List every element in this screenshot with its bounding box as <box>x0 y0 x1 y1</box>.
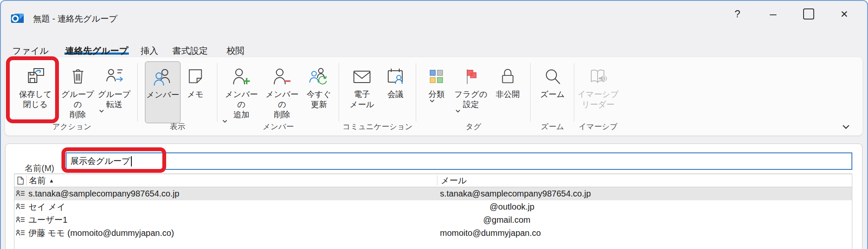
minimize-icon: – <box>770 7 776 21</box>
categorize-label: 分類 <box>428 89 445 102</box>
zoom-label: ズーム <box>540 89 565 100</box>
chevron-down-icon <box>456 110 460 113</box>
contact-card-icon <box>14 203 26 210</box>
group-name-input[interactable]: 展示会グループ <box>66 152 852 170</box>
members-view-label: メンバー <box>146 90 179 100</box>
ribbon-group-communication: 電子 メール 会議 <box>339 60 416 133</box>
chevron-down-icon <box>430 100 434 102</box>
remove-member-icon <box>273 66 292 88</box>
memo-view-button[interactable]: メモ <box>181 61 210 123</box>
group-label-members: メンバー <box>217 122 339 132</box>
ribbon-group-tags: 分類 フラグの 設定 <box>416 60 531 133</box>
table-row[interactable]: ユーザー1 @gmail.com <box>14 213 852 227</box>
private-button[interactable]: 非公開 <box>491 61 525 123</box>
delete-group-button[interactable]: グループの 削除 <box>61 61 95 123</box>
group-label-communication: コミュニケーション <box>339 122 416 132</box>
zoom-icon <box>543 66 562 88</box>
add-members-label: メンバーの 追加 <box>221 89 262 123</box>
update-now-label: 今すぐ 更新 <box>307 89 331 110</box>
outlook-icon <box>10 11 25 25</box>
remove-members-label: メンバーの 削除 <box>262 89 303 120</box>
member-email: momoito@dummyjapan.co <box>437 228 852 238</box>
chevron-down-icon <box>99 110 104 113</box>
table-row[interactable]: 伊藤 モモ (momoito@dummyjapan.co) momoito@du… <box>14 227 852 240</box>
member-name: 伊藤 モモ (momoito@dummyjapan.co) <box>26 227 437 239</box>
add-members-button[interactable]: メンバーの 追加 <box>221 61 262 123</box>
meeting-icon <box>386 66 405 88</box>
members-icon <box>153 66 172 88</box>
meeting-label: 会議 <box>387 89 403 100</box>
maximize-button[interactable] <box>791 1 826 27</box>
column-header-name[interactable]: 名前 ▲ <box>27 175 437 186</box>
memo-view-label: メモ <box>187 89 204 100</box>
forward-group-icon <box>105 66 124 88</box>
tab-insert[interactable]: 挿入 <box>139 42 159 55</box>
close-icon: × <box>840 7 848 21</box>
members-table: 名前 ▲ メール s.tanaka@samplecompany987654.co… <box>14 174 852 249</box>
chevron-down-icon <box>842 125 850 129</box>
table-row[interactable]: s.tanaka@samplecompany987654.co.jp s.tan… <box>14 187 852 200</box>
group-label-tags: タグ <box>416 122 531 132</box>
annotation-box-group-name <box>61 147 166 173</box>
document-icon[interactable] <box>14 175 27 185</box>
memo-icon <box>186 66 205 88</box>
group-label-immersive: イマーシブ <box>574 122 622 132</box>
table-row[interactable]: セイ メイ @outlook.jp <box>14 200 852 213</box>
immersive-reader-button[interactable]: イマーシブ リーダー <box>576 61 620 123</box>
email-icon <box>352 66 372 88</box>
member-name: セイ メイ <box>26 201 437 213</box>
immersive-reader-label: イマーシブ リーダー <box>578 89 619 110</box>
forward-group-button[interactable]: グループ 転送 <box>95 61 134 123</box>
categorize-button[interactable]: 分類 <box>422 61 451 123</box>
minimize-button[interactable]: – <box>755 1 791 27</box>
private-label: 非公開 <box>496 89 520 100</box>
close-button[interactable]: × <box>826 1 862 27</box>
contact-group-window: 無題 - 連絡先グループ ? – × ファイル 連絡先グループ 挿入 書式設定 … <box>0 0 868 249</box>
ribbon-tabs: ファイル 連絡先グループ 挿入 書式設定 校閲 <box>1 40 245 57</box>
immersive-reader-icon <box>588 66 608 88</box>
ribbon-group-members: メンバーの 追加 メンバーの 削除 <box>217 60 339 133</box>
column-header-mail[interactable]: メール <box>437 175 852 185</box>
contact-card-icon <box>14 216 26 224</box>
table-header: 名前 ▲ メール <box>14 174 852 187</box>
email-label: 電子 メール <box>350 89 374 110</box>
help-button[interactable]: ? <box>720 1 755 27</box>
group-label-zoom: ズーム <box>531 122 574 132</box>
ribbon-group-immersive: イマーシブ リーダー イマーシブ <box>574 60 622 133</box>
titlebar: 無題 - 連絡先グループ ? – × <box>1 1 867 27</box>
sort-ascending-icon: ▲ <box>49 177 54 184</box>
email-button[interactable]: 電子 メール <box>344 61 380 123</box>
remove-members-button[interactable]: メンバーの 削除 <box>262 61 303 123</box>
contact-card-icon <box>14 190 26 197</box>
maximize-icon <box>803 8 814 19</box>
add-member-icon <box>232 66 251 88</box>
ribbon: 保存して 閉じる グループの 削除 <box>5 57 862 136</box>
member-email: @outlook.jp <box>437 202 852 212</box>
member-email: s.tanaka@samplecompany987654.co.jp <box>437 189 852 199</box>
tab-file[interactable]: ファイル <box>11 42 50 55</box>
help-icon: ? <box>734 8 740 20</box>
delete-group-icon <box>69 66 87 88</box>
flag-icon <box>462 66 480 88</box>
follow-up-flag-button[interactable]: フラグの 設定 <box>451 61 491 123</box>
tab-contact-group[interactable]: 連絡先グループ <box>64 42 129 55</box>
forward-group-label: グループ 転送 <box>98 89 131 113</box>
member-name: s.tanaka@samplecompany987654.co.jp <box>26 189 437 199</box>
meeting-button[interactable]: 会議 <box>380 61 411 123</box>
ribbon-group-show: メンバー メモ 表示 <box>138 60 217 133</box>
tab-format[interactable]: 書式設定 <box>171 42 209 55</box>
member-email: @gmail.com <box>437 215 852 225</box>
categorize-icon <box>427 66 446 88</box>
update-now-button[interactable]: 今すぐ 更新 <box>303 61 336 123</box>
ribbon-group-zoom: ズーム ズーム <box>531 60 574 133</box>
tab-review[interactable]: 校閲 <box>225 42 245 55</box>
members-view-button[interactable]: メンバー <box>145 61 181 123</box>
contact-card-icon <box>14 230 26 237</box>
name-field-label: 名前(M) <box>25 163 54 174</box>
zoom-button[interactable]: ズーム <box>536 61 570 123</box>
collapse-ribbon-button[interactable] <box>840 123 851 130</box>
window-title: 無題 - 連絡先グループ <box>33 13 117 25</box>
follow-up-flag-label: フラグの 設定 <box>454 89 487 113</box>
member-name: ユーザー1 <box>26 214 437 226</box>
group-label-show: 表示 <box>138 122 217 132</box>
